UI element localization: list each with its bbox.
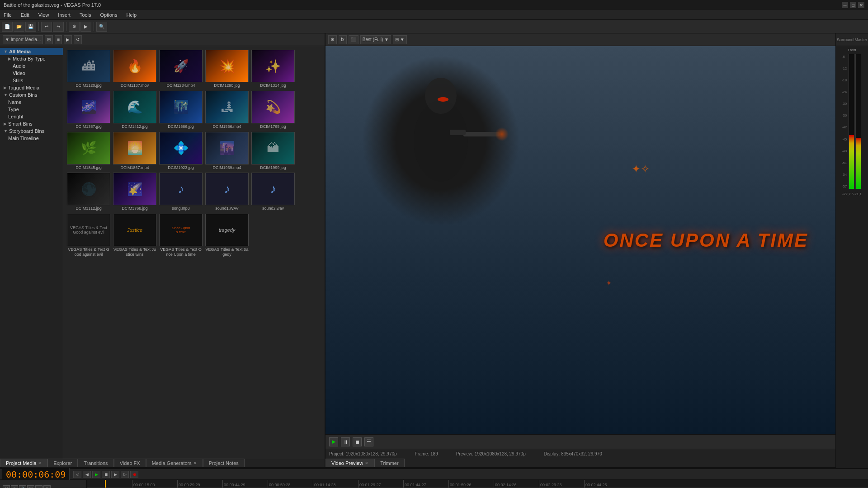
- redo-btn[interactable]: ↪: [53, 22, 64, 32]
- menubar: File Edit View Insert Tools Options Help: [0, 10, 868, 20]
- tab-transitions[interactable]: Transitions: [78, 459, 113, 467]
- sort-btn[interactable]: ≡: [55, 35, 62, 44]
- tree-custom-bins[interactable]: ▼ Custom Bins: [0, 91, 63, 99]
- media-item[interactable]: 💥 DCIM1290.jpg: [205, 50, 249, 88]
- tl-play-btn[interactable]: ▶: [92, 471, 100, 478]
- preview-fx-btn[interactable]: fx: [339, 35, 347, 44]
- track-1-menu-btn[interactable]: ≡: [43, 485, 51, 488]
- tl-set-start-btn[interactable]: ◁: [73, 471, 81, 478]
- media-item[interactable]: ✨ DCIM1314.jpg: [251, 50, 295, 88]
- menu-tools[interactable]: Tools: [78, 11, 93, 19]
- tab-explorer[interactable]: Explorer: [47, 459, 78, 467]
- tab-media-generators[interactable]: Media Generators ✕: [146, 459, 203, 467]
- menu-view[interactable]: View: [37, 11, 51, 19]
- view-toggle-btn[interactable]: ⊞: [45, 35, 53, 44]
- loop-preview-btn[interactable]: ☰: [364, 437, 373, 446]
- media-item[interactable]: 🚀 DCIM1234.mp4: [159, 50, 203, 88]
- tl-end-btn[interactable]: ▷: [121, 471, 129, 478]
- tree-video[interactable]: Video: [0, 70, 63, 77]
- open-btn[interactable]: 📂: [14, 22, 24, 32]
- close-preview-icon[interactable]: ✕: [365, 461, 368, 465]
- tl-prev-btn[interactable]: ◀: [83, 471, 91, 478]
- pause-preview-btn[interactable]: ⏸: [341, 437, 350, 446]
- tree-all-media[interactable]: ▼ All Media: [0, 48, 63, 55]
- media-item[interactable]: 🌌 DCIM1387.jpg: [67, 91, 110, 129]
- media-item[interactable]: 💠 DCIM1923.jpg: [159, 132, 203, 170]
- refresh-btn[interactable]: ↺: [74, 35, 82, 44]
- media-item[interactable]: 🌆 DCIM1939.mp4: [205, 132, 249, 170]
- window-controls[interactable]: ─ □ ✕: [842, 2, 864, 8]
- close-gen-icon[interactable]: ✕: [193, 461, 197, 465]
- tree-bin-name[interactable]: Name: [0, 99, 63, 106]
- tab-project-notes[interactable]: Project Notes: [203, 459, 245, 467]
- media-item[interactable]: 🔥 DCIM1137.mov: [113, 50, 156, 88]
- track-1-fx-btn[interactable]: FX: [27, 485, 34, 488]
- tab-video-fx[interactable]: Video FX: [114, 459, 146, 467]
- media-item[interactable]: Justice VEGAS Titles & Text Justice wins: [113, 214, 156, 257]
- media-item[interactable]: VEGAS Titles & Text Good against evil VE…: [67, 214, 110, 257]
- tree-smart-bins[interactable]: ▶ Smart Bins: [0, 120, 63, 127]
- tree-media-by-type[interactable]: ▶ Media By Type: [0, 55, 63, 62]
- media-item[interactable]: 🌑 DCIM3112.jpg: [67, 173, 110, 211]
- tree-main-timeline[interactable]: Main Timeline: [0, 135, 63, 142]
- preview-zoom-btn[interactable]: ⬛: [349, 35, 359, 44]
- new-btn[interactable]: 📄: [2, 22, 13, 32]
- preview-grid-btn[interactable]: ⊞ ▼: [393, 35, 407, 44]
- media-item[interactable]: 🌃 DCIM1566.jpg: [159, 91, 203, 129]
- close-btn[interactable]: ✕: [858, 2, 864, 8]
- tab-trimmer[interactable]: Trimmer: [374, 459, 405, 467]
- minimize-btn[interactable]: ─: [842, 2, 848, 8]
- track-1-motion-btn[interactable]: ↕: [35, 485, 42, 488]
- media-item[interactable]: 🌅 DCIM1867.mp4: [113, 132, 156, 170]
- tl-stop-btn[interactable]: ⏹: [102, 471, 110, 478]
- preview-settings-btn[interactable]: ⚙: [328, 35, 337, 44]
- track-1-solo-btn[interactable]: S: [11, 485, 18, 488]
- tree-bin-type[interactable]: Type: [0, 106, 63, 113]
- tab-project-media[interactable]: Project Media ✕: [0, 459, 47, 467]
- track-1-lock-btn[interactable]: 🔒: [19, 485, 26, 488]
- play-btn-media[interactable]: ▶: [64, 35, 72, 44]
- import-media-btn[interactable]: ▼ Import Media...: [3, 35, 43, 44]
- menu-help[interactable]: Help: [124, 11, 138, 19]
- media-item[interactable]: Once Upona time VEGAS Titles & Text Once…: [159, 214, 203, 257]
- media-thumb: ✨: [251, 50, 295, 82]
- media-item[interactable]: 🌠 DCIM3768.jpg: [113, 173, 156, 211]
- tl-next-btn[interactable]: ▶: [111, 471, 119, 478]
- media-item[interactable]: 💫 DCIM1765.jpg: [251, 91, 295, 129]
- tree-storyboard-bins[interactable]: ▼ Storyboard Bins: [0, 127, 63, 135]
- tree-bin-length[interactable]: Lenght: [0, 113, 63, 120]
- zoom-in-btn[interactable]: 🔍: [96, 22, 107, 32]
- undo-btn[interactable]: ↩: [41, 22, 52, 32]
- play-preview-btn[interactable]: ▶: [329, 437, 338, 446]
- render-btn[interactable]: ▶: [80, 22, 91, 32]
- media-thumb: 🌿: [67, 132, 110, 164]
- meter-values: -22,7 / -21,1: [842, 192, 862, 196]
- tree-audio[interactable]: Audio: [0, 62, 63, 70]
- media-item[interactable]: tragedy VEGAS Titles & Text tragedy: [205, 214, 249, 257]
- tree-tagged-media[interactable]: ▶ Tagged Media: [0, 84, 63, 91]
- tab-video-preview[interactable]: Video Preview ✕: [326, 459, 374, 467]
- media-item[interactable]: ♪ sound2.wav: [251, 173, 295, 211]
- menu-file[interactable]: File: [2, 11, 14, 19]
- ruler-10: 00:02:29:26: [539, 480, 562, 488]
- media-item[interactable]: 🏙 DCIM1120.jpg: [67, 50, 110, 88]
- menu-options[interactable]: Options: [99, 11, 119, 19]
- main-toolbar: 📄 📂 💾 ↩ ↪ ⚙ ▶ 🔍: [0, 20, 868, 33]
- media-item[interactable]: 🌊 DCIM1412.jpg: [113, 91, 156, 129]
- media-item[interactable]: ♪ sound1.WAV: [205, 173, 249, 211]
- track-1-mute-btn[interactable]: M: [3, 485, 10, 488]
- maximize-btn[interactable]: □: [850, 2, 856, 8]
- stop-preview-btn[interactable]: ⏹: [353, 437, 362, 446]
- media-item[interactable]: ♪ song.mp3: [159, 173, 203, 211]
- tree-stills[interactable]: Stills: [0, 77, 63, 84]
- media-item[interactable]: 🏔 DCIM1999.jpg: [251, 132, 295, 170]
- media-item[interactable]: 🌿 DCIM1845.jpg: [67, 132, 110, 170]
- preview-quality-btn[interactable]: Best (Full) ▼: [360, 35, 391, 44]
- settings-btn[interactable]: ⚙: [69, 22, 80, 32]
- close-tab-icon[interactable]: ✕: [38, 461, 42, 465]
- save-btn[interactable]: 💾: [25, 22, 36, 32]
- media-item[interactable]: 🏞 DCIM1566.mp4: [205, 91, 249, 129]
- menu-insert[interactable]: Insert: [56, 11, 72, 19]
- menu-edit[interactable]: Edit: [19, 11, 31, 19]
- tl-record-btn[interactable]: ⏺: [130, 471, 138, 478]
